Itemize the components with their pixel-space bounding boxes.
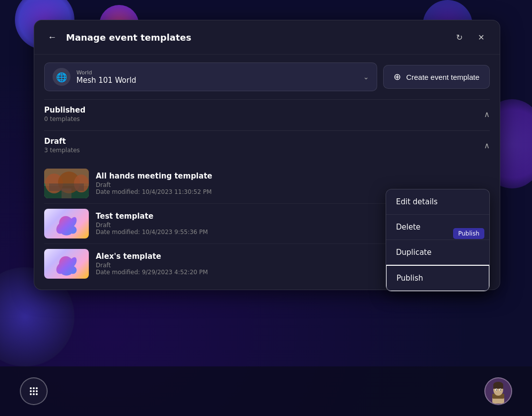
draft-section: Draft 3 templates ∧	[34, 131, 500, 160]
dialog-header: ← Manage event templates ↻ ✕	[34, 20, 500, 55]
chevron-down-icon: ⌄	[363, 73, 369, 81]
svg-point-16	[36, 393, 38, 395]
template-thumb-forest	[44, 169, 89, 198]
refresh-button[interactable]: ↻	[450, 28, 468, 46]
template-name: All hands meeting template	[96, 172, 490, 180]
draft-section-header[interactable]: Draft 3 templates ∧	[44, 131, 490, 160]
draft-section-title: Draft	[44, 137, 80, 146]
apps-button[interactable]	[20, 377, 48, 405]
svg-rect-7	[62, 188, 71, 198]
svg-point-11	[30, 390, 32, 392]
plus-circle-icon: ⊕	[394, 71, 401, 82]
create-template-button[interactable]: ⊕ Create event template	[383, 65, 490, 89]
duplicate-label: Duplicate	[396, 248, 431, 257]
template-status: Draft	[96, 181, 490, 188]
svg-point-25	[500, 389, 501, 390]
svg-point-24	[496, 389, 497, 390]
draft-chevron-up-icon: ∧	[484, 141, 490, 150]
template-thumb-gradient	[44, 209, 89, 238]
world-name: Mesh 101 World	[76, 76, 357, 85]
create-button-label: Create event template	[406, 73, 479, 81]
world-selector[interactable]: 🌐 World Mesh 101 World ⌄	[44, 62, 377, 91]
svg-point-13	[36, 390, 38, 392]
world-icon: 🌐	[53, 68, 70, 86]
published-chevron-up-icon: ∧	[484, 110, 490, 119]
context-menu-duplicate[interactable]: Duplicate Publish	[386, 240, 489, 265]
header-actions: ↻ ✕	[450, 28, 490, 46]
close-button[interactable]: ✕	[472, 28, 490, 46]
world-text: World Mesh 101 World	[76, 69, 357, 85]
avatar-button[interactable]	[484, 377, 512, 405]
publish-tooltip: Publish	[453, 228, 484, 239]
dialog-title: Manage event templates	[66, 32, 444, 43]
svg-point-15	[33, 393, 35, 395]
context-menu-edit[interactable]: Edit details	[386, 189, 489, 215]
published-section-count: 0 templates	[44, 116, 85, 122]
svg-point-9	[33, 387, 35, 389]
published-section-title: Published	[44, 106, 85, 115]
avatar-icon	[488, 379, 508, 404]
template-thumbnail	[44, 209, 89, 238]
apps-grid-icon	[28, 385, 40, 397]
draft-section-title-group: Draft 3 templates	[44, 137, 80, 154]
back-button[interactable]: ←	[44, 29, 60, 45]
published-section-header[interactable]: Published 0 templates ∧	[44, 100, 490, 128]
template-thumbnail	[44, 169, 89, 198]
template-thumb-gradient-2	[44, 249, 89, 279]
svg-point-12	[33, 390, 35, 392]
svg-point-8	[30, 387, 32, 389]
manage-templates-dialog: ← Manage event templates ↻ ✕ 🌐 World Mes…	[34, 20, 500, 290]
world-label: World	[76, 69, 357, 76]
context-menu-publish[interactable]: Publish	[386, 265, 490, 292]
svg-rect-21	[493, 385, 503, 389]
svg-point-14	[30, 393, 32, 395]
draft-section-count: 3 templates	[44, 147, 80, 154]
bottom-bar	[0, 366, 532, 416]
svg-point-10	[36, 387, 38, 389]
context-menu: Edit details Delete Duplicate Publish Pu…	[386, 189, 490, 292]
world-selector-row: 🌐 World Mesh 101 World ⌄ ⊕ Create event …	[34, 55, 500, 99]
template-thumbnail	[44, 249, 89, 279]
published-section: Published 0 templates ∧	[34, 100, 500, 128]
published-section-title-group: Published 0 templates	[44, 106, 85, 122]
